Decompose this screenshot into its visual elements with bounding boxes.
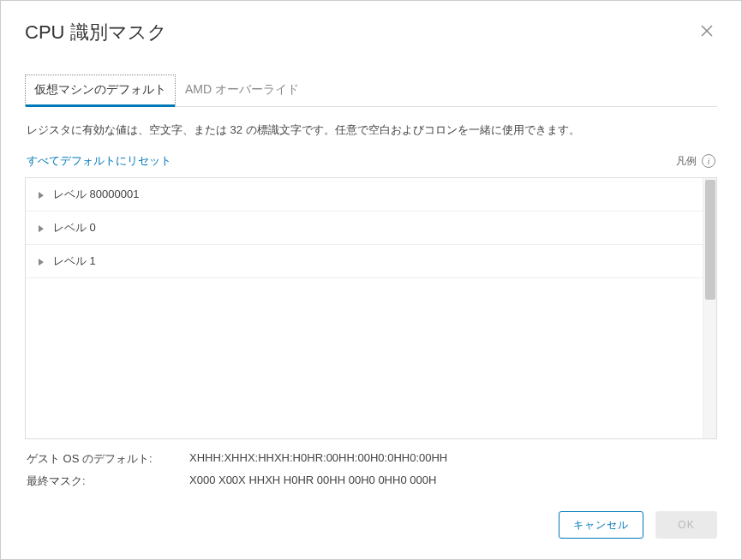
cpu-id-mask-dialog: CPU 識別マスク 仮想マシンのデフォルト AMD オーバーライド レジスタに有… xyxy=(0,0,742,560)
dialog-footer: キャンセル OK xyxy=(1,496,741,559)
level-label: レベル 0 xyxy=(53,220,96,235)
cancel-button[interactable]: キャンセル xyxy=(559,511,643,539)
dialog-title: CPU 識別マスク xyxy=(25,20,167,45)
chevron-right-icon: ▶ xyxy=(39,189,44,200)
tab-bar: 仮想マシンのデフォルト AMD オーバーライド xyxy=(25,74,717,107)
hint-text: レジスタに有効な値は、空文字、または 32 の標識文字です。任意で空白およびコロ… xyxy=(27,122,715,138)
level-list-inner: ▶ レベル 80000001 ▶ レベル 0 ▶ レベル 1 xyxy=(26,178,703,438)
tab-amd-override[interactable]: AMD オーバーライド xyxy=(176,74,308,106)
level-list: ▶ レベル 80000001 ▶ レベル 0 ▶ レベル 1 ▴ xyxy=(25,177,717,439)
final-mask-label: 最終マスク: xyxy=(27,474,189,489)
tab-vm-default[interactable]: 仮想マシンのデフォルト xyxy=(25,74,176,106)
ok-button[interactable]: OK xyxy=(655,511,717,539)
level-row-0[interactable]: ▶ レベル 0 xyxy=(26,211,703,245)
legend[interactable]: 凡例 i xyxy=(676,154,715,169)
guest-default-value: XHHH:XHHX:HHXH:H0HR:00HH:00H0:0HH0:00HH xyxy=(189,451,447,467)
reset-legend-row: すべてデフォルトにリセット 凡例 i xyxy=(27,153,715,169)
vertical-scrollbar[interactable]: ▴ xyxy=(703,178,716,438)
summary-values: ゲスト OS のデフォルト: XHHH:XHHX:HHXH:H0HR:00HH:… xyxy=(27,451,715,496)
chevron-right-icon: ▶ xyxy=(39,223,44,234)
dialog-header: CPU 識別マスク xyxy=(1,1,741,54)
reset-all-link[interactable]: すべてデフォルトにリセット xyxy=(27,153,171,169)
scrollbar-thumb[interactable] xyxy=(705,180,715,300)
legend-label: 凡例 xyxy=(676,154,697,169)
close-icon[interactable] xyxy=(697,20,717,44)
level-label: レベル 80000001 xyxy=(53,187,139,202)
final-mask-value: X000 X00X HHXH H0HR 00HH 00H0 0HH0 000H xyxy=(189,474,436,489)
info-icon: i xyxy=(702,154,715,168)
chevron-right-icon: ▶ xyxy=(39,256,44,267)
guest-default-label: ゲスト OS のデフォルト: xyxy=(27,451,189,467)
level-row-80000001[interactable]: ▶ レベル 80000001 xyxy=(26,178,703,211)
dialog-body: 仮想マシンのデフォルト AMD オーバーライド レジスタに有効な値は、空文字、ま… xyxy=(1,54,741,496)
level-row-1[interactable]: ▶ レベル 1 xyxy=(26,245,703,278)
level-label: レベル 1 xyxy=(53,253,96,269)
final-mask-row: 最終マスク: X000 X00X HHXH H0HR 00HH 00H0 0HH… xyxy=(27,474,715,489)
guest-default-row: ゲスト OS のデフォルト: XHHH:XHHX:HHXH:H0HR:00HH:… xyxy=(27,451,715,467)
